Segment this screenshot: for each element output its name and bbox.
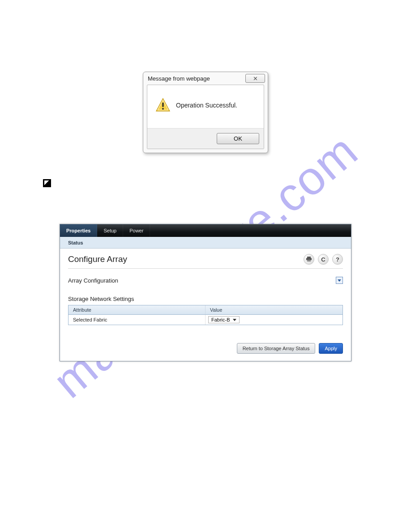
fabric-select-value: Fabric-B [211,317,230,322]
tab-power[interactable]: Power [123,224,150,237]
column-header-attribute: Attribute [68,305,206,314]
help-icon[interactable]: ? [332,254,343,265]
section-title: Array Configuration [68,277,118,284]
svg-rect-2 [162,103,163,107]
dialog-message-row: Operation Successful. [147,85,264,128]
cell-value: Fabric-B [206,315,342,325]
table-header-row: Attribute Value [68,305,342,315]
dialog-footer: OK [147,128,264,149]
dialog-message-text: Operation Successful. [176,102,237,109]
dialog-body: Operation Successful. OK [147,85,264,149]
panel-header: Configure Array C ? [68,254,343,269]
settings-table: Attribute Value Selected Fabric Fabric-B [68,305,343,325]
panel-inner: Configure Array C ? Array Configuration … [60,249,351,361]
print-icon[interactable] [304,254,314,265]
table-row: Selected Fabric Fabric-B [68,315,342,325]
tab-bar: Properties Setup Power [60,224,351,237]
dialog-title-text: Message from webpage [148,75,210,82]
header-icon-group: C ? [304,254,343,265]
dialog-body-outer: Operation Successful. OK [143,85,268,153]
dialog-titlebar: Message from webpage ✕ [143,72,268,85]
apply-button[interactable]: Apply [319,343,343,354]
svg-rect-4 [307,257,311,258]
configure-array-panel: Properties Setup Power Status Configure … [60,224,351,361]
close-button[interactable]: ✕ [245,74,265,83]
cell-attribute: Selected Fabric [68,315,206,325]
note-icon [43,179,51,187]
tab-setup[interactable]: Setup [97,224,123,237]
fabric-select[interactable]: Fabric-B [208,316,240,323]
collapse-toggle[interactable] [336,277,343,284]
svg-rect-6 [307,260,311,262]
column-header-value: Value [206,305,342,314]
page-title: Configure Array [68,254,127,264]
panel-footer: Return to Storage Array Status Apply [68,343,343,354]
warning-icon [155,98,171,113]
subheading-storage-network: Storage Network Settings [68,296,343,302]
refresh-icon[interactable]: C [318,254,329,265]
subtab-status[interactable]: Status [60,237,351,249]
return-button[interactable]: Return to Storage Array Status [237,343,316,354]
close-icon: ✕ [253,75,258,82]
tab-properties[interactable]: Properties [60,224,97,237]
ok-button[interactable]: OK [217,133,259,144]
svg-point-3 [162,108,164,110]
message-dialog: Message from webpage ✕ Operation Success… [143,72,268,153]
chevron-down-icon [233,319,236,321]
section-array-configuration: Array Configuration [68,277,343,284]
